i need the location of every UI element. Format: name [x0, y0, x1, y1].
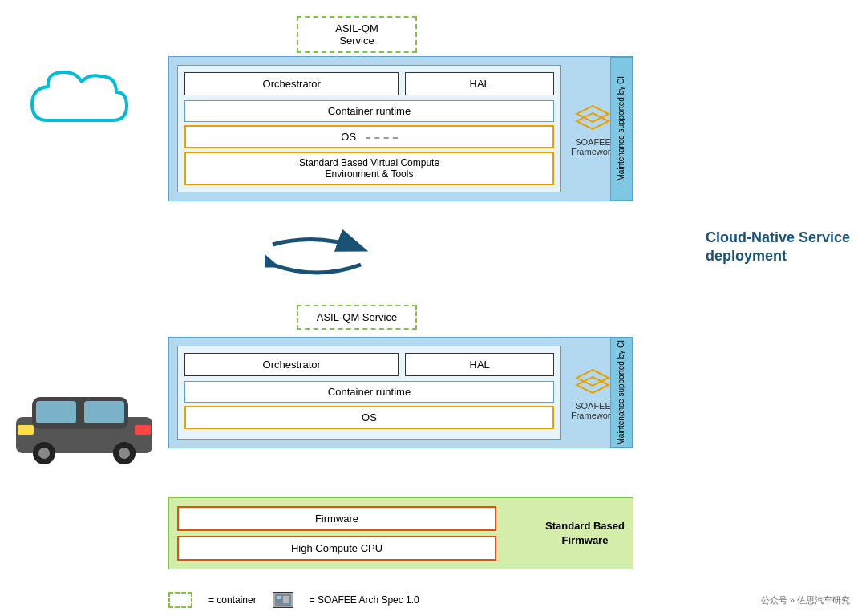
container-runtime-top: Container runtime	[184, 100, 554, 122]
svg-rect-9	[84, 401, 124, 424]
os-box-bottom: OS	[184, 406, 554, 429]
hal-box-bottom: HAL	[405, 353, 554, 376]
svg-rect-16	[283, 596, 289, 603]
os-box-top: OS	[184, 125, 554, 148]
layers-icon-bottom	[573, 366, 613, 398]
svg-rect-10	[18, 425, 34, 435]
hal-box-top: HAL	[405, 72, 554, 95]
layers-icon-top	[573, 102, 613, 134]
legend-container-label: = container	[208, 594, 257, 606]
main-container: ASIL-QM Service Orchestrator HAL Contain…	[0, 0, 866, 616]
svg-rect-8	[36, 401, 76, 424]
inner-frame-top: Orchestrator HAL Container runtime OS St…	[177, 65, 561, 192]
firmware-section: Firmware High Compute CPU Standard Based…	[168, 497, 633, 569]
legend-soafee-label: = SOAFEE Arch Spec 1.0	[310, 594, 419, 606]
cloud-native-label: Cloud-Native Service deployment	[706, 229, 850, 266]
asil-service-top: ASIL-QM Service	[297, 16, 417, 53]
car-image	[8, 369, 168, 481]
svg-point-5	[38, 448, 50, 459]
framework-box-bottom: Orchestrator HAL Container runtime OS Ma…	[168, 337, 633, 448]
svg-point-7	[119, 448, 130, 459]
inner-frame-bottom: Orchestrator HAL Container runtime OS	[177, 346, 561, 440]
watermark: 公众号 » 佐思汽车研究	[761, 594, 850, 606]
orchestrator-box-top: Orchestrator	[184, 72, 399, 95]
firmware-box: Firmware	[177, 506, 496, 531]
svg-rect-11	[135, 425, 151, 435]
hpc-box: High Compute CPU	[177, 536, 496, 561]
legend-soafee-box	[273, 592, 293, 608]
os-dashes	[366, 137, 398, 139]
orchestrator-box-bottom: Orchestrator	[184, 353, 399, 376]
soafee-label-top: SOAFEE Framework	[571, 137, 615, 156]
svg-rect-15	[277, 596, 281, 599]
double-arrow	[265, 229, 369, 285]
std-firmware-label-area: Standard Based Firmware	[496, 506, 625, 561]
legend-area: = container = SOAFEE Arch Spec 1.0	[168, 592, 419, 608]
asil-service-bottom: ASIL-QM Service	[297, 305, 417, 330]
maintenance-strip-bottom: Maintenance supported by CI	[610, 338, 633, 448]
vce-box: Standard Based Virtual Compute Environme…	[184, 152, 554, 185]
framework-box-top: Orchestrator HAL Container runtime OS St…	[168, 56, 633, 201]
maintenance-strip-top: Maintenance supported by CI	[610, 57, 633, 201]
container-runtime-bottom: Container runtime	[184, 381, 554, 403]
cloud-icon	[24, 64, 152, 160]
soafee-label-bottom: SOAFEE Framework	[571, 401, 615, 420]
legend-container-box	[168, 592, 192, 608]
